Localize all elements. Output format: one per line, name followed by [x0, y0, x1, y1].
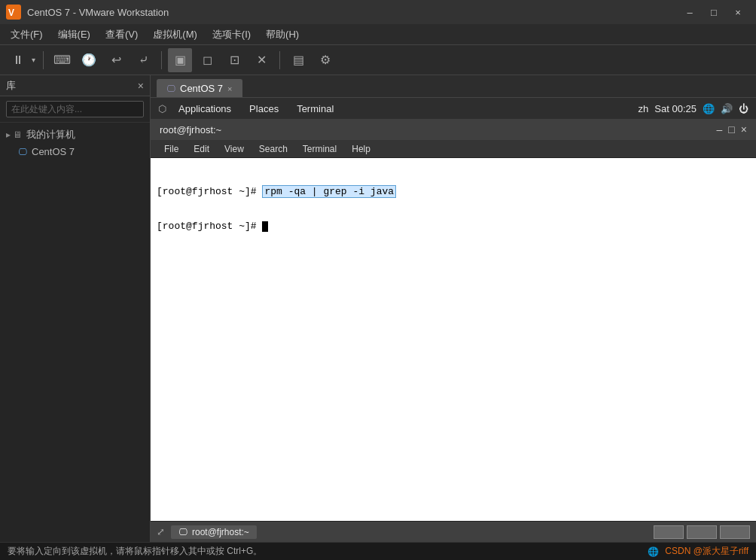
unity-button[interactable]: ⊡ [222, 48, 246, 72]
network-status-icon[interactable]: 🌐 [648, 546, 659, 557]
gnome-places[interactable]: Places [240, 100, 288, 117]
terminal-maximize-button[interactable]: □ [728, 123, 734, 135]
bottom-tab-label: root@fjrhost:~ [192, 527, 249, 537]
gnome-time: Sat 00:25 [654, 103, 697, 114]
term-menu-view[interactable]: View [217, 142, 251, 156]
terminal-size-box-3 [720, 525, 750, 539]
toolbar-sep-2 [161, 51, 162, 69]
terminal-menubar: File Edit View Search Terminal Help [151, 140, 756, 158]
prompt-1: [root@fjrhost ~]# [157, 186, 262, 197]
settings-button[interactable]: ⚙ [313, 48, 337, 72]
disconnect-button[interactable]: ✕ [249, 48, 273, 72]
pause-dropdown-arrow[interactable]: ▾ [30, 56, 37, 64]
brand-text: CSDN @派大星子riff [665, 545, 748, 558]
term-menu-file[interactable]: File [157, 142, 186, 156]
toolbar: ⏸ ▾ ⌨ 🕐 ↩ ⤶ ▣ ◻ ⊡ ✕ ▤ ⚙ [0, 45, 756, 75]
menu-view[interactable]: 查看(V) [98, 25, 145, 44]
main-layout: 库 × ▸ 🖥 我的计算机 🖵 CentOS 7 🖵 CentOS 7 × [0, 75, 756, 542]
menu-edit[interactable]: 编辑(E) [50, 25, 98, 44]
send-ctrl-alt-del-button[interactable]: ⌨ [50, 48, 74, 72]
vm-icon: 🖵 [18, 147, 27, 157]
menu-vm[interactable]: 虚拟机(M) [145, 25, 205, 44]
statusbar: 要将输入定向到该虚拟机，请将鼠标指针移入其中或按 Ctrl+G。 🌐 CSDN … [0, 542, 756, 560]
app-logo: V [6, 5, 21, 20]
status-right: 🌐 CSDN @派大星子riff [648, 545, 748, 558]
terminal-content[interactable]: [root@fjrhost ~]# rpm -qa | grep -i java… [151, 158, 756, 521]
terminal-bottom-tab[interactable]: 🖵 root@fjrhost:~ [171, 525, 257, 539]
terminal-button[interactable]: ▤ [286, 48, 310, 72]
vm-tab-icon: 🖵 [166, 84, 175, 94]
restore-button[interactable]: ⤶ [131, 48, 155, 72]
terminal-cursor [262, 221, 268, 232]
window-title: CentOS 7 - VMware Workstation [27, 7, 678, 18]
sidebar-tree: ▸ 🖥 我的计算机 🖵 CentOS 7 [0, 123, 150, 542]
terminal-window: root@fjrhost:~ – □ × File Edit View Sear… [151, 119, 756, 542]
terminal-size-box [654, 525, 684, 539]
menu-file[interactable]: 文件(F) [3, 25, 50, 44]
gnome-power-icon[interactable]: ⏻ [739, 103, 748, 114]
gnome-topbar: ⬡ Applications Places Terminal zh Sat 00… [151, 98, 756, 119]
gnome-applications[interactable]: Applications [169, 100, 240, 117]
term-menu-help[interactable]: Help [344, 142, 378, 156]
sidebar-title: 库 [6, 79, 138, 93]
fullscreen-button[interactable]: ◻ [195, 48, 219, 72]
term-menu-search[interactable]: Search [251, 142, 295, 156]
menu-help[interactable]: 帮助(H) [258, 25, 306, 44]
sidebar-close-button[interactable]: × [138, 80, 144, 92]
toolbar-sep-1 [43, 51, 44, 69]
terminal-bottombar: ⤢ 🖵 root@fjrhost:~ [151, 521, 756, 542]
vm-tab-centos7[interactable]: 🖵 CentOS 7 × [157, 79, 242, 97]
pause-button-group: ⏸ ▾ [6, 48, 37, 72]
gnome-volume-icon[interactable]: 🔊 [721, 103, 733, 114]
terminal-window-controls: – □ × [717, 123, 747, 135]
gnome-lang: zh [639, 103, 649, 114]
sidebar: 库 × ▸ 🖥 我的计算机 🖵 CentOS 7 [0, 75, 151, 542]
gnome-apps-icon: ⬡ [158, 103, 166, 114]
terminal-line-1: [root@fjrhost ~]# rpm -qa | grep -i java [157, 185, 750, 198]
menu-bar: 文件(F) 编辑(E) 查看(V) 虚拟机(M) 选项卡(I) 帮助(H) [0, 24, 756, 45]
terminal-minimize-button[interactable]: – [717, 123, 723, 135]
terminal-line-2: [root@fjrhost ~]# [157, 221, 750, 232]
command-1: rpm -qa | grep -i java [262, 185, 396, 198]
menu-tabs[interactable]: 选项卡(I) [205, 25, 258, 44]
terminal-bottom-right [654, 525, 750, 539]
vm-tab-close[interactable]: × [227, 84, 232, 93]
terminal-title: root@fjrhost:~ [160, 124, 221, 135]
pause-button[interactable]: ⏸ [6, 48, 30, 72]
svg-text:V: V [8, 8, 14, 18]
toolbar-sep-3 [279, 51, 280, 69]
computer-icon: ▸ 🖥 [6, 129, 22, 140]
centos7-label: CentOS 7 [32, 146, 75, 157]
term-menu-edit[interactable]: Edit [186, 142, 217, 156]
fit-button[interactable]: ▣ [168, 48, 192, 72]
vm-area: 🖵 CentOS 7 × ⬡ Applications Places Termi… [151, 75, 756, 542]
tree-item-centos7[interactable]: 🖵 CentOS 7 [0, 144, 150, 160]
close-button[interactable]: × [726, 0, 750, 24]
revert-button[interactable]: ↩ [104, 48, 128, 72]
sidebar-header: 库 × [0, 75, 150, 96]
gnome-right-panel: zh Sat 00:25 🌐 🔊 ⏻ [639, 103, 748, 114]
sidebar-search-input[interactable] [6, 101, 144, 117]
terminal-close-button[interactable]: × [741, 123, 747, 135]
maximize-button[interactable]: □ [702, 0, 726, 24]
vm-tab-label: CentOS 7 [180, 83, 223, 94]
minimize-button[interactable]: – [678, 0, 702, 24]
terminal-titlebar: root@fjrhost:~ – □ × [151, 119, 756, 140]
bottom-tab-icon: 🖵 [178, 527, 187, 537]
gnome-menu: Applications Places Terminal [169, 100, 343, 117]
gnome-terminal[interactable]: Terminal [288, 100, 343, 117]
term-menu-terminal[interactable]: Terminal [295, 142, 344, 156]
terminal-size-box-2 [687, 525, 717, 539]
tree-item-my-computer[interactable]: ▸ 🖥 我的计算机 [0, 126, 150, 144]
status-text: 要将输入定向到该虚拟机，请将鼠标指针移入其中或按 Ctrl+G。 [8, 545, 648, 558]
gnome-network-icon[interactable]: 🌐 [703, 103, 715, 114]
my-computer-label: 我的计算机 [26, 128, 75, 142]
prompt-2: [root@fjrhost ~]# [157, 221, 262, 232]
window-controls: – □ × [678, 0, 750, 24]
title-bar: V CentOS 7 - VMware Workstation – □ × [0, 0, 756, 24]
terminal-expand-icon[interactable]: ⤢ [157, 526, 165, 537]
sidebar-search-area [0, 96, 150, 123]
snapshot-button[interactable]: 🕐 [77, 48, 101, 72]
vm-tabbar: 🖵 CentOS 7 × [151, 75, 756, 98]
